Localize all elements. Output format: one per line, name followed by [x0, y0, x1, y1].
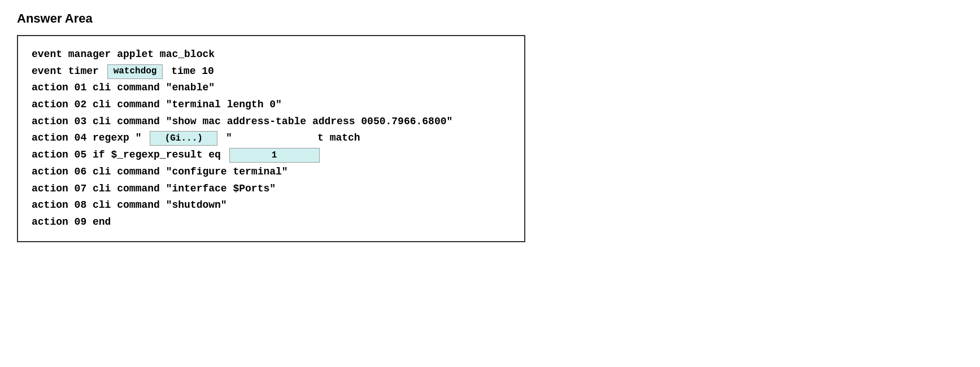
- code-line-5: action 03 cli command "show mac address-…: [32, 113, 511, 130]
- line2-before: event timer: [32, 63, 105, 80]
- line7-before: action 05 if $_regexp_result eq: [32, 147, 227, 164]
- gi-dropdown[interactable]: (Gi...): [150, 131, 217, 146]
- code-line-7: action 05 if $_regexp_result eq 1: [32, 147, 511, 164]
- line3-text: action 01 cli command "enable": [32, 80, 215, 97]
- code-line-6: action 04 regexp " (Gi...) " t match: [32, 130, 511, 147]
- line6-after: " t match: [220, 130, 360, 147]
- code-line-11: action 09 end: [32, 214, 511, 231]
- line9-text: action 07 cli command "interface $Ports": [32, 181, 276, 198]
- line5-text: action 03 cli command "show mac address-…: [32, 113, 452, 130]
- line8-text: action 06 cli command "configure termina…: [32, 164, 288, 181]
- answer-area-title: Answer Area: [17, 11, 963, 26]
- code-line-1: event manager applet mac_block: [32, 46, 511, 63]
- code-box: event manager applet mac_block event tim…: [17, 35, 525, 242]
- line2-after: time 10: [165, 63, 214, 80]
- code-line-10: action 08 cli command "shutdown": [32, 197, 511, 214]
- line10-text: action 08 cli command "shutdown": [32, 197, 227, 214]
- line6-before: action 04 regexp ": [32, 130, 147, 147]
- line1-text: event manager applet mac_block: [32, 46, 215, 63]
- line4-text: action 02 cli command "terminal length 0…: [32, 97, 282, 113]
- code-line-4: action 02 cli command "terminal length 0…: [32, 97, 511, 113]
- code-line-2: event timer watchdog time 10: [32, 63, 511, 80]
- value-dropdown[interactable]: 1: [229, 148, 320, 163]
- code-line-8: action 06 cli command "configure termina…: [32, 164, 511, 181]
- code-line-9: action 07 cli command "interface $Ports": [32, 181, 511, 198]
- code-line-3: action 01 cli command "enable": [32, 80, 511, 97]
- line11-text: action 09 end: [32, 214, 111, 231]
- watchdog-dropdown[interactable]: watchdog: [107, 64, 163, 79]
